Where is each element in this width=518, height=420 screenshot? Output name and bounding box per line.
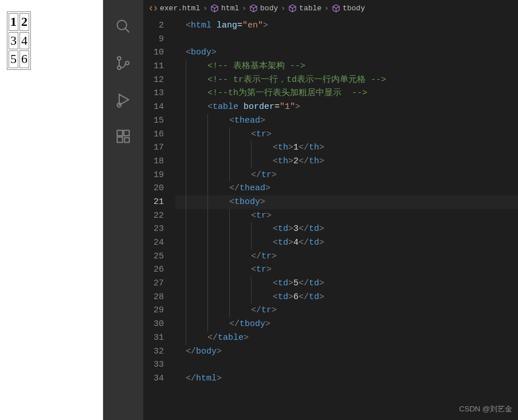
line-number[interactable]: 24 <box>143 236 164 250</box>
code-line[interactable] <box>175 33 518 46</box>
code-line[interactable]: <!--th为第一行表头加粗居中显示 --> <box>175 87 518 100</box>
code-content[interactable]: <html lang="en"><body><!-- 表格基本架构 --><!-… <box>175 17 518 420</box>
line-number[interactable]: 22 <box>143 209 164 223</box>
line-number[interactable]: 9 <box>143 33 164 46</box>
line-number[interactable]: 32 <box>143 345 164 359</box>
line-number[interactable]: 2 <box>143 19 164 33</box>
table-cell: 5 <box>9 50 18 68</box>
code-line[interactable]: <td>6</td> <box>175 291 518 304</box>
line-number[interactable]: 16 <box>143 128 164 142</box>
line-number[interactable]: 27 <box>143 277 164 291</box>
line-number[interactable]: 14 <box>143 100 164 114</box>
extensions-icon[interactable] <box>115 128 131 144</box>
svg-rect-10 <box>124 138 129 142</box>
code-line[interactable]: </table> <box>175 331 518 345</box>
line-number[interactable]: 25 <box>143 250 164 264</box>
source-control-icon[interactable] <box>115 55 131 71</box>
table-header-cell: 1 <box>9 13 18 31</box>
code-line[interactable]: <tbody> <box>175 195 518 209</box>
line-number[interactable]: 15 <box>143 114 164 128</box>
breadcrumb-label: table <box>299 4 321 13</box>
html-file-icon <box>149 4 158 13</box>
element-icon <box>288 4 297 13</box>
line-number[interactable]: 26 <box>143 263 164 277</box>
chevron-right-icon: › <box>242 4 246 13</box>
svg-rect-9 <box>117 137 123 142</box>
line-number[interactable]: 10 <box>143 46 164 60</box>
run-debug-icon[interactable] <box>115 92 131 108</box>
svg-point-3 <box>117 66 121 69</box>
breadcrumb-item[interactable]: tbody <box>332 4 365 13</box>
line-number[interactable]: 29 <box>143 304 164 317</box>
line-number[interactable]: 33 <box>143 358 164 372</box>
code-line[interactable]: <!-- 表格基本架构 --> <box>175 60 518 73</box>
svg-point-4 <box>125 61 129 65</box>
breadcrumb-item[interactable]: body <box>249 4 278 13</box>
watermark: CSDN @刘艺金 <box>459 404 512 414</box>
line-number[interactable]: 19 <box>143 168 164 182</box>
code-line[interactable]: </html> <box>175 372 518 386</box>
table-row: 1 2 <box>9 13 29 31</box>
chevron-right-icon: › <box>324 4 329 13</box>
code-line[interactable]: <th>2</th> <box>175 155 518 168</box>
element-icon <box>332 4 340 13</box>
svg-rect-8 <box>124 131 129 136</box>
table-row: 3 4 <box>9 32 29 50</box>
rendered-table: 1 2 3 4 5 6 <box>7 11 31 70</box>
code-line[interactable]: </thead> <box>175 182 518 195</box>
svg-point-2 <box>117 57 121 60</box>
element-icon <box>249 4 258 13</box>
table-header-cell: 2 <box>19 13 29 31</box>
code-line[interactable]: <tr> <box>175 128 518 142</box>
code-line[interactable]: <th>1</th> <box>175 141 518 155</box>
table-cell: 3 <box>9 32 18 50</box>
code-line[interactable]: </tr> <box>175 304 518 317</box>
line-number[interactable]: 23 <box>143 222 164 236</box>
table-cell: 6 <box>19 50 29 68</box>
code-line[interactable]: <html lang="en"> <box>175 19 518 33</box>
code-line[interactable]: <td>5</td> <box>175 277 518 291</box>
breadcrumb-file-label: exer.html <box>160 4 200 13</box>
breadcrumb-item[interactable]: table <box>288 4 321 13</box>
line-number[interactable]: 31 <box>143 331 164 345</box>
code-panel[interactable]: 2910111213141516171819202122232425262728… <box>143 17 518 420</box>
svg-line-1 <box>125 29 130 33</box>
svg-point-0 <box>117 21 127 30</box>
line-number[interactable]: 30 <box>143 317 164 331</box>
code-line[interactable]: </tr> <box>175 250 518 264</box>
activity-bar <box>103 0 143 420</box>
code-line[interactable]: </tr> <box>175 168 518 182</box>
code-editor[interactable]: exer.html › html › body › table › tbody … <box>143 0 518 420</box>
code-line[interactable]: <thead> <box>175 114 518 128</box>
table-cell: 4 <box>19 32 29 50</box>
line-number[interactable]: 20 <box>143 182 164 195</box>
breadcrumb-label: tbody <box>343 4 365 13</box>
breadcrumb[interactable]: exer.html › html › body › table › tbody <box>143 0 518 17</box>
breadcrumb-file[interactable]: exer.html <box>149 4 200 13</box>
line-number[interactable]: 18 <box>143 155 164 168</box>
line-number[interactable]: 21 <box>143 195 164 209</box>
code-line[interactable]: <tr> <box>175 209 518 223</box>
breadcrumb-label: body <box>260 4 278 13</box>
chevron-right-icon: › <box>203 4 207 13</box>
code-line[interactable]: <tr> <box>175 263 518 277</box>
code-line[interactable]: <body> <box>175 46 518 60</box>
code-line[interactable]: <td>4</td> <box>175 236 518 250</box>
code-line[interactable]: <table border="1"> <box>175 100 518 114</box>
line-number[interactable]: 11 <box>143 60 164 73</box>
table-row: 5 6 <box>9 50 29 68</box>
line-number[interactable]: 13 <box>143 87 164 100</box>
line-number-gutter[interactable]: 2910111213141516171819202122232425262728… <box>143 17 175 420</box>
line-number[interactable]: 12 <box>143 73 164 87</box>
search-icon[interactable] <box>115 18 131 34</box>
code-line[interactable]: <!-- tr表示一行，td表示一行内单元格 --> <box>175 73 518 87</box>
svg-rect-7 <box>117 131 123 136</box>
line-number[interactable]: 17 <box>143 141 164 155</box>
line-number[interactable]: 34 <box>143 372 164 386</box>
code-line[interactable] <box>175 358 518 372</box>
breadcrumb-item[interactable]: html <box>210 4 239 13</box>
code-line[interactable]: </body> <box>175 345 518 359</box>
code-line[interactable]: </tbody> <box>175 317 518 331</box>
code-line[interactable]: <td>3</td> <box>175 222 518 236</box>
line-number[interactable]: 28 <box>143 291 164 304</box>
